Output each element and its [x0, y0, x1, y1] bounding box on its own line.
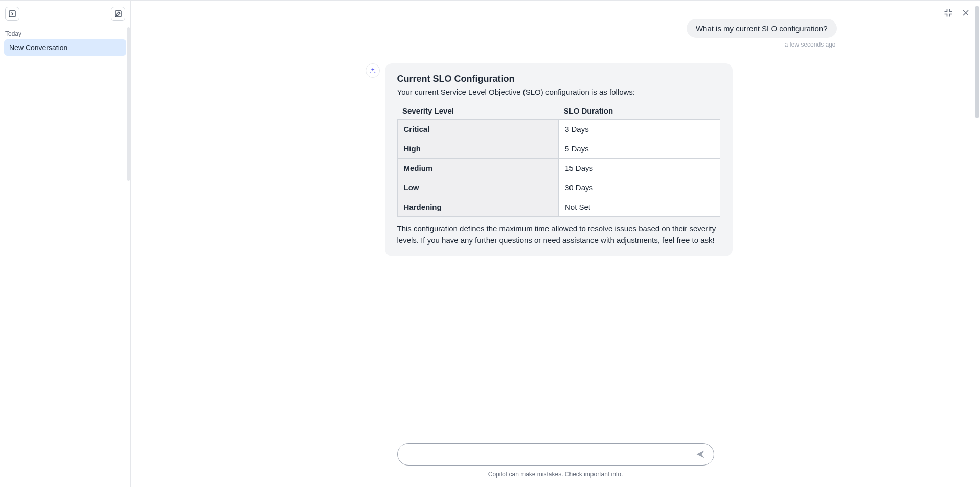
new-conversation-button[interactable]: [111, 7, 125, 21]
cell-severity: Low: [397, 178, 559, 197]
message-input[interactable]: [405, 450, 694, 459]
table-header-row: Severity Level SLO Duration: [397, 102, 720, 120]
sidebar-top-actions: [4, 5, 126, 25]
cell-severity: Hardening: [397, 197, 559, 217]
cell-duration: 5 Days: [559, 139, 720, 159]
assistant-intro: Your current Service Level Objective (SL…: [397, 87, 720, 96]
sidebar-item-conversation[interactable]: New Conversation: [4, 39, 126, 56]
edit-square-icon: [114, 10, 122, 18]
sparkle-icon: [369, 67, 376, 74]
assistant-message-card: Current SLO Configuration Your current S…: [385, 63, 733, 256]
assistant-outro: This configuration defines the maximum t…: [397, 223, 720, 246]
main-panel: What is my current SLO configuration? a …: [131, 1, 980, 487]
disclaimer-text: Copilot can make mistakes. Check importa…: [488, 471, 623, 478]
chevron-right-square-icon: [8, 10, 16, 18]
sidebar: Today New Conversation: [0, 1, 131, 487]
chat-stream: What is my current SLO configuration? a …: [275, 19, 837, 277]
table-row: High 5 Days: [397, 139, 720, 159]
composer-wrap: Copilot can make mistakes. Check importa…: [131, 443, 980, 487]
assistant-avatar: [366, 63, 380, 78]
cell-duration: 3 Days: [559, 120, 720, 139]
assistant-message-row: Current SLO Configuration Your current S…: [275, 63, 837, 256]
table-header-duration: SLO Duration: [559, 102, 720, 120]
send-icon: [695, 449, 705, 459]
cell-severity: Critical: [397, 120, 559, 139]
user-message-timestamp: a few seconds ago: [784, 41, 835, 48]
sidebar-item-label: New Conversation: [9, 43, 67, 52]
toggle-sidebar-button[interactable]: [5, 7, 19, 21]
top-actions: [943, 8, 971, 18]
table-row: Hardening Not Set: [397, 197, 720, 217]
table-header-severity: Severity Level: [397, 102, 559, 120]
slo-table: Severity Level SLO Duration Critical 3 D…: [397, 102, 720, 217]
table-row: Critical 3 Days: [397, 120, 720, 139]
send-button[interactable]: [694, 448, 706, 460]
chat-area: What is my current SLO configuration? a …: [131, 1, 980, 443]
cell-severity: High: [397, 139, 559, 159]
cell-duration: 15 Days: [559, 159, 720, 178]
cell-severity: Medium: [397, 159, 559, 178]
composer: [397, 443, 714, 466]
arrows-in-icon[interactable]: [943, 8, 953, 18]
main-scrollbar[interactable]: [975, 6, 979, 118]
svg-rect-0: [9, 11, 15, 17]
user-message-row: What is my current SLO configuration? a …: [275, 19, 837, 48]
user-message-bubble: What is my current SLO configuration?: [687, 19, 837, 38]
close-icon[interactable]: [961, 8, 971, 18]
sidebar-section-label: Today: [4, 27, 126, 39]
sidebar-scrollbar[interactable]: [127, 27, 130, 181]
table-row: Medium 15 Days: [397, 159, 720, 178]
cell-duration: Not Set: [559, 197, 720, 217]
table-row: Low 30 Days: [397, 178, 720, 197]
cell-duration: 30 Days: [559, 178, 720, 197]
assistant-title: Current SLO Configuration: [397, 74, 720, 84]
